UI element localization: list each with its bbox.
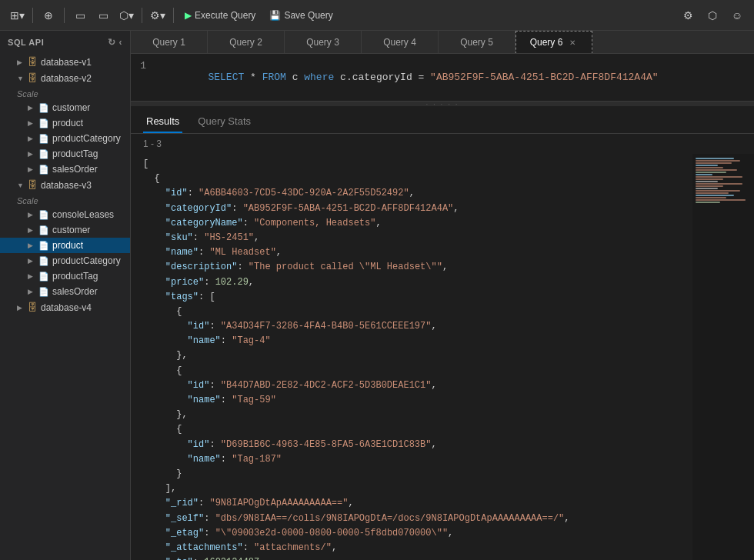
json-line: { [143,172,680,186]
line-number-1: 1 [138,60,146,72]
json-line: "categoryName": "Components, Headsets", [143,216,680,231]
collection-name: productCategory [52,255,121,266]
sidebar-item-database-v4[interactable]: ▶ 🗄 database-v4 [0,299,130,315]
minimap-line [696,158,734,159]
db-v3-scale-label: Scale [0,193,130,207]
sidebar-item-v3-producttag[interactable]: ▶ 📄 productTag [0,268,130,284]
toolbar-icon-3[interactable]: ▭ [69,5,91,26]
line-numbers: 1 [131,60,154,95]
tab-results[interactable]: Results [143,112,182,133]
toolbar-icon-5[interactable]: ⬡▾ [115,5,137,26]
tab-label: Query 5 [460,37,493,48]
sidebar-item-v2-productcategory[interactable]: ▶ 📄 productCategory [0,131,130,146]
collection-name: consoleLeases [52,209,114,220]
arrow-icon: ▶ [28,242,35,249]
json-line: { [143,364,680,378]
json-line: "price": 102.29, [143,275,680,290]
tab-label: Query 2 [229,37,262,48]
query-tab-1[interactable]: Query 1 [131,31,208,53]
arrow-icon: ▶ [28,119,35,127]
collection-icon: 📄 [38,287,49,297]
toolbar-left-icons: ⊞▾ ⊕ ▭ ▭ ⬡▾ ⚙▾ ▶ Execute Query 💾 Save Qu… [6,5,339,26]
sidebar-item-v2-customer[interactable]: ▶ 📄 customer [0,100,130,115]
json-line: "id": "D69B1B6C-4963-4E85-8FA5-6A3E1CD1C… [143,438,680,452]
sidebar-refresh-icon[interactable]: ↻ [108,37,116,48]
json-line: "_self": "dbs/9N8IAA==/colls/9N8IAPOgDtA… [143,512,680,526]
sidebar-item-v3-customer[interactable]: ▶ 📄 customer [0,222,130,238]
tab-label: Query 4 [383,37,416,48]
arrow-icon: ▶ [28,257,35,265]
close-tab-icon[interactable]: ✕ [567,37,578,48]
sidebar-item-v3-productcategory[interactable]: ▶ 📄 productCategory [0,253,130,268]
sql-editor[interactable]: 1 SELECT * FROM c where c.categoryId = "… [131,54,754,102]
query-tab-4[interactable]: Query 4 [362,31,439,53]
minimap-line [696,202,720,203]
collection-name: customer [52,102,90,113]
collection-name: productTag [52,271,98,282]
sidebar-item-v3-product[interactable]: ▶ 📄 product [0,238,130,253]
tab-results-label: Results [146,115,179,127]
arrow-icon: ▶ [28,104,35,112]
collection-name: salesOrder [52,286,98,297]
query-tab-2[interactable]: Query 2 [208,31,285,53]
toolbar: ⊞▾ ⊕ ▭ ▭ ⬡▾ ⚙▾ ▶ Execute Query 💾 Save Qu… [0,0,754,31]
json-line: "sku": "HS-2451", [143,231,680,245]
results-content: [ { "id": "A6BB4603-7CD5-43DC-920A-2A2F5… [131,154,754,560]
arrow-icon: ▶ [28,165,35,173]
sidebar-collapse-icon[interactable]: ‹ [118,37,122,48]
share-icon[interactable]: ⬡ [702,5,723,26]
collection-icon: 📄 [38,134,49,144]
json-line: "_attachments": "attachments/", [143,541,680,555]
tab-label: Query 6 [530,37,563,48]
json-line: }, [143,408,680,422]
collection-icon: 📄 [38,165,49,175]
minimap-line [696,169,737,171]
minimap-line [696,197,726,198]
json-line: "id": "A6BB4603-7CD5-43DC-920A-2A2F55D52… [143,186,680,201]
settings-icon[interactable]: ⚙ [677,5,699,26]
toolbar-icon-6[interactable]: ⚙▾ [147,5,168,26]
sidebar-item-v2-product[interactable]: ▶ 📄 product [0,115,130,131]
sidebar-item-database-v1[interactable]: ▶ 🗄 database-v1 [0,54,130,70]
toolbar-icon-1[interactable]: ⊞▾ [6,5,28,26]
results-json[interactable]: [ { "id": "A6BB4603-7CD5-43DC-920A-2A2F5… [131,154,692,560]
json-line: "name": "Tag-59" [143,393,680,408]
sql-space: * [244,72,262,83]
toolbar-icon-2[interactable]: ⊕ [38,5,59,26]
sidebar-item-database-v3[interactable]: ▼ 🗄 database-v3 [0,177,130,193]
minimap [692,154,754,560]
sidebar-item-v2-producttag[interactable]: ▶ 📄 productTag [0,146,130,162]
save-icon: 💾 [269,10,281,21]
minimap-line [696,192,729,194]
collection-icon: 📄 [38,103,49,113]
arrow-icon: ▶ [28,272,35,280]
arrow-icon: ▶ [28,150,35,158]
collection-icon: 📄 [38,256,49,266]
feedback-icon[interactable]: ☺ [726,5,748,26]
db-name: database-v2 [41,73,92,84]
toolbar-icon-4[interactable]: ▭ [92,5,114,26]
sidebar-item-v3-consoleleases[interactable]: ▶ 📄 consoleLeases [0,207,130,222]
minimap-line [696,165,718,166]
sql-from: FROM [262,72,286,83]
query-tab-3[interactable]: Query 3 [285,31,362,53]
db-icon: 🗄 [28,56,38,68]
minimap-line [696,178,723,180]
query-tab-5[interactable]: Query 5 [439,31,515,53]
query-tab-6[interactable]: Query 6 ✕ [515,31,592,54]
sql-code[interactable]: SELECT * FROM c where c.categoryId = "AB… [154,60,754,95]
results-count: 1 - 3 [131,134,754,154]
toolbar-divider-1 [32,8,33,23]
json-line: "name": "Tag-4" [143,334,680,348]
collection-icon: 📄 [38,241,49,251]
save-query-button[interactable]: 💾 Save Query [263,5,339,26]
sidebar-item-v3-salesorder[interactable]: ▶ 📄 salesOrder [0,284,130,299]
execute-query-button[interactable]: ▶ Execute Query [178,5,262,26]
db-icon: 🗄 [28,302,38,313]
json-line: "name": "ML Headset", [143,245,680,260]
toolbar-divider-4 [173,8,174,23]
sidebar-item-database-v2[interactable]: ▼ 🗄 database-v2 [0,70,130,86]
minimap-line [696,172,726,173]
sidebar-item-v2-salesorder[interactable]: ▶ 📄 salesOrder [0,162,130,177]
tab-query-stats[interactable]: Query Stats [195,112,254,133]
